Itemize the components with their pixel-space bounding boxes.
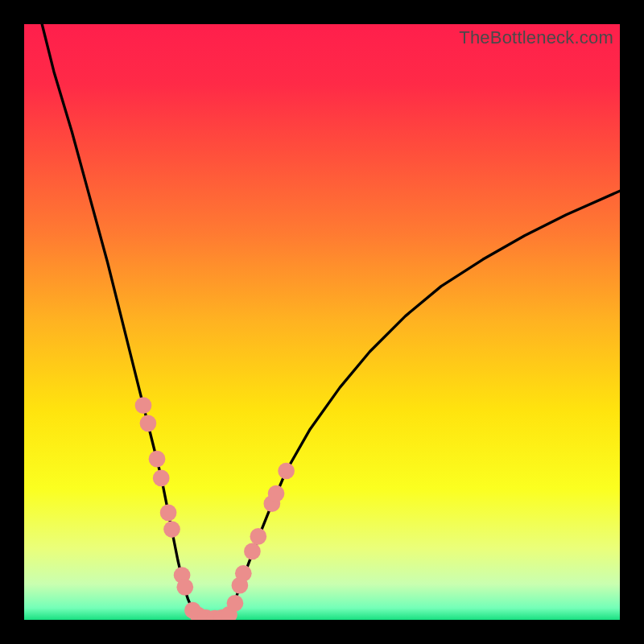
gradient-background — [24, 24, 620, 620]
data-marker — [235, 565, 252, 582]
data-marker — [278, 463, 295, 480]
chart-frame: TheBottleneck.com — [0, 0, 644, 644]
data-marker — [153, 470, 170, 487]
data-marker — [244, 543, 261, 560]
data-marker — [163, 521, 180, 538]
plot-area: TheBottleneck.com — [24, 24, 620, 620]
chart-svg — [24, 24, 620, 620]
data-marker — [268, 485, 285, 502]
data-marker — [227, 595, 244, 612]
data-marker — [250, 528, 266, 545]
data-marker — [160, 504, 177, 521]
data-marker — [176, 579, 193, 596]
data-marker — [140, 415, 157, 431]
data-marker — [135, 397, 152, 414]
data-marker — [149, 451, 166, 468]
watermark-text: TheBottleneck.com — [459, 27, 613, 48]
